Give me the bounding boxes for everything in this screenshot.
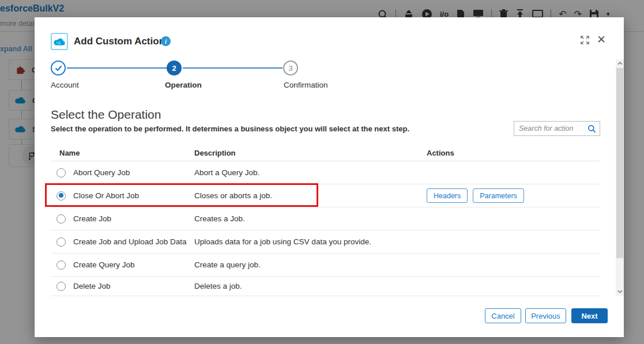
table-header-row: Name Description Actions [51, 145, 600, 161]
step-account-circle[interactable] [51, 61, 66, 75]
radio-unchecked[interactable] [57, 260, 66, 270]
column-header-actions: Actions [427, 149, 600, 157]
step-operation-label: Operation [165, 81, 202, 89]
radio-unchecked[interactable] [57, 214, 66, 224]
table-row-create-job[interactable]: Create Job Creates a Job. [51, 207, 600, 230]
cancel-button[interactable]: Cancel [485, 308, 521, 323]
radio-unchecked[interactable] [57, 237, 66, 247]
modal-scrollbar[interactable] [616, 59, 624, 296]
step-connector [67, 67, 167, 69]
headers-button[interactable]: Headers [427, 188, 468, 203]
table-row-create-job-and-upload[interactable]: Create Job and Upload Job Data Uploads d… [51, 230, 600, 254]
operation-description: Closes or aborts a job. [194, 191, 427, 200]
table-row-close-or-abort-job[interactable]: Close Or Abort Job Closes or aborts a jo… [51, 184, 600, 207]
close-icon[interactable]: ✕ [597, 33, 606, 46]
search-input[interactable] [519, 124, 587, 133]
action-search-box [514, 121, 600, 136]
step-confirmation-circle[interactable]: 3 [283, 61, 298, 75]
radio-unchecked[interactable] [57, 168, 66, 177]
table-row-create-query-job[interactable]: Create Query Job Create a query job. [51, 254, 600, 277]
check-icon [55, 65, 62, 71]
search-icon[interactable] [587, 124, 596, 133]
scroll-down-icon[interactable] [616, 288, 624, 296]
dialog-title: Add Custom Action [74, 36, 165, 47]
operation-name: Close Or Abort Job [73, 191, 139, 200]
info-icon[interactable]: i [161, 36, 171, 46]
scroll-up-icon[interactable] [616, 59, 624, 67]
step-operation-circle[interactable]: 2 [167, 61, 182, 75]
next-button[interactable]: Next [571, 308, 608, 323]
salesforce-cloud-icon [53, 37, 66, 46]
connector-icon-box [51, 33, 68, 50]
operation-description: Creates a Job. [194, 214, 427, 223]
operations-table: Name Description Actions Abort Query Job… [51, 145, 600, 296]
step-account-label: Account [51, 81, 79, 89]
maximize-icon[interactable] [580, 35, 590, 47]
operation-description: Abort a Query Job. [194, 168, 427, 177]
previous-button[interactable]: Previous [525, 308, 566, 323]
column-header-description: Description [194, 149, 427, 157]
column-header-name: Name [51, 149, 194, 157]
operation-description: Create a query job. [194, 260, 427, 269]
operation-name: Create Query Job [73, 260, 135, 269]
operation-name: Delete Job [73, 282, 111, 290]
step-connector [183, 67, 283, 69]
table-row-delete-job[interactable]: Delete Job Deletes a job. [51, 277, 600, 296]
operation-description: Deletes a job. [194, 282, 427, 290]
parameters-button[interactable]: Parameters [473, 188, 524, 203]
section-subheading: Select the operation to be performed. It… [51, 124, 409, 133]
radio-unchecked[interactable] [57, 282, 66, 291]
section-heading: Select the Operation [51, 108, 161, 122]
scrollbar-thumb[interactable] [616, 68, 623, 258]
operation-name: Create Job and Upload Job Data [73, 237, 187, 246]
add-custom-action-dialog: Add Custom Action i ✕ Account 2 Operatio… [35, 17, 624, 337]
operation-name: Abort Query Job [73, 168, 130, 177]
table-row-abort-query-job[interactable]: Abort Query Job Abort a Query Job. [51, 161, 600, 184]
step-confirmation-label: Confirmation [284, 81, 328, 89]
operation-name: Create Job [73, 214, 111, 223]
operation-description: Uploads data for a job using CSV data yo… [194, 237, 427, 246]
radio-checked[interactable] [57, 191, 66, 201]
